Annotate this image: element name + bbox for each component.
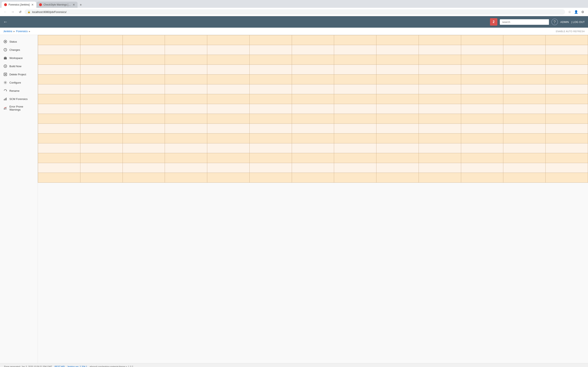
grid-cell	[334, 55, 377, 65]
back-button[interactable]: ←	[2, 9, 8, 15]
rename-icon	[3, 89, 7, 93]
user-button[interactable]: 👤	[573, 9, 579, 15]
grid-cell	[377, 143, 419, 153]
breadcrumb-jenkins[interactable]: Jenkins	[3, 30, 12, 33]
grid-cell	[546, 143, 588, 153]
svg-point-9	[5, 82, 6, 83]
tab-close-2[interactable]: ✕	[73, 3, 75, 6]
grid-cell	[334, 84, 377, 94]
grid-cell	[80, 55, 122, 65]
grid-cell	[122, 133, 165, 143]
grid-cell	[377, 114, 419, 124]
grid-cell	[334, 173, 377, 183]
sidebar-item-delete-project[interactable]: Delete Project	[0, 70, 38, 78]
grid-cell	[38, 173, 81, 183]
grid-cell	[503, 45, 546, 55]
grid-cell	[292, 114, 334, 124]
grid-cell	[503, 55, 546, 65]
grid-cell	[503, 94, 546, 104]
grid-cell	[461, 163, 503, 173]
table-row	[38, 173, 588, 183]
url-input[interactable]	[32, 10, 562, 14]
sidebar-item-build-now[interactable]: Build Now	[0, 62, 38, 70]
sidebar-label-build-now: Build Now	[9, 65, 22, 68]
grid-cell	[207, 35, 250, 45]
footer-generated-text: Page generated: Jan 3, 2020 10:56:51 PM …	[4, 365, 52, 367]
grid-cell	[80, 173, 122, 183]
grid-cell	[250, 133, 292, 143]
forward-button[interactable]: →	[10, 9, 16, 15]
grid-cell	[503, 65, 546, 75]
tab-checkstyle[interactable]: CheckStyle Warnings [Jenkins] ✕	[37, 2, 78, 8]
breadcrumb-sep-1: ►	[13, 30, 15, 33]
sidebar-item-error-prone[interactable]: Error Prone Warnings	[0, 103, 38, 113]
status-icon	[3, 40, 7, 44]
new-tab-button[interactable]: +	[78, 2, 84, 8]
grid-cell	[419, 143, 461, 153]
grid-cell	[165, 75, 207, 84]
grid-cell	[377, 124, 419, 133]
grid-cell	[503, 163, 546, 173]
error-prone-icon	[3, 106, 7, 110]
grid-cell	[461, 35, 503, 45]
auto-refresh-button[interactable]: ENABLE AUTO REFRESH	[556, 30, 585, 33]
grid-cell	[250, 104, 292, 114]
grid-cell	[207, 143, 250, 153]
svg-rect-10	[4, 99, 5, 100]
svg-rect-14	[5, 108, 6, 109]
grid-cell	[207, 94, 250, 104]
sidebar-item-status[interactable]: Status	[0, 37, 38, 46]
grid-cell	[38, 104, 81, 114]
grid-cell	[292, 104, 334, 114]
grid-cell	[165, 45, 207, 55]
grid-cell	[292, 55, 334, 65]
address-bar[interactable]: 🔒	[24, 9, 565, 15]
tab-favicon-1	[4, 3, 7, 6]
notification-badge[interactable]: 2	[490, 18, 497, 25]
table-row	[38, 45, 588, 55]
grid-cell	[80, 124, 122, 133]
reload-button[interactable]: ↺	[17, 9, 23, 15]
grid-cell	[38, 153, 81, 163]
tab-close-1[interactable]: ✕	[31, 3, 34, 6]
grid-cell	[165, 84, 207, 94]
svg-rect-3	[4, 58, 7, 59]
grid-cell	[80, 143, 122, 153]
grid-cell	[250, 163, 292, 173]
sidebar-item-workspace[interactable]: Workspace	[0, 54, 38, 62]
grid-cell	[334, 143, 377, 153]
search-input[interactable]	[500, 19, 549, 25]
footer: Page generated: Jan 3, 2020 10:56:51 PM …	[0, 363, 588, 367]
grid-cell	[207, 75, 250, 84]
grid-cell	[250, 35, 292, 45]
grid-cell	[546, 153, 588, 163]
logout-button[interactable]: | LOG OUT	[572, 20, 585, 24]
grid-cell	[80, 104, 122, 114]
grid-cell	[377, 65, 419, 75]
tab-title-1: Forensics [Jenkins]	[8, 3, 30, 6]
grid-cell	[207, 114, 250, 124]
sidebar-item-scm-forensics[interactable]: SCM Forensics	[0, 95, 38, 103]
admin-label[interactable]: ADMIN	[560, 20, 569, 24]
bookmark-button[interactable]: ☆	[567, 9, 572, 15]
grid-cell	[122, 84, 165, 94]
tab-forensics[interactable]: Forensics [Jenkins] ✕	[2, 2, 36, 8]
grid-cell	[503, 153, 546, 163]
sidebar-item-configure[interactable]: Configure	[0, 78, 38, 87]
rest-api-link[interactable]: REST API	[55, 365, 65, 367]
address-bar-row: ← → ↺ 🔒 ☆ 👤 ⚙	[0, 8, 588, 16]
breadcrumb-forensics[interactable]: Forensics	[16, 30, 28, 33]
grid-cell	[461, 133, 503, 143]
sidebar-item-changes[interactable]: Changes	[0, 46, 38, 54]
breadcrumb-sep-2: ►	[28, 30, 31, 33]
grid-cell	[292, 124, 334, 133]
jenkins-version-link[interactable]: Jenkins ver. 2.204.1	[67, 365, 87, 367]
grid-cell	[165, 173, 207, 183]
grid-cell	[546, 94, 588, 104]
help-button[interactable]: ?	[551, 19, 558, 25]
header-back-button[interactable]: ←	[3, 20, 8, 24]
grid-cell	[334, 124, 377, 133]
sidebar-item-rename[interactable]: Rename	[0, 87, 38, 95]
extension-button[interactable]: ⚙	[580, 9, 586, 15]
grid-cell	[165, 114, 207, 124]
